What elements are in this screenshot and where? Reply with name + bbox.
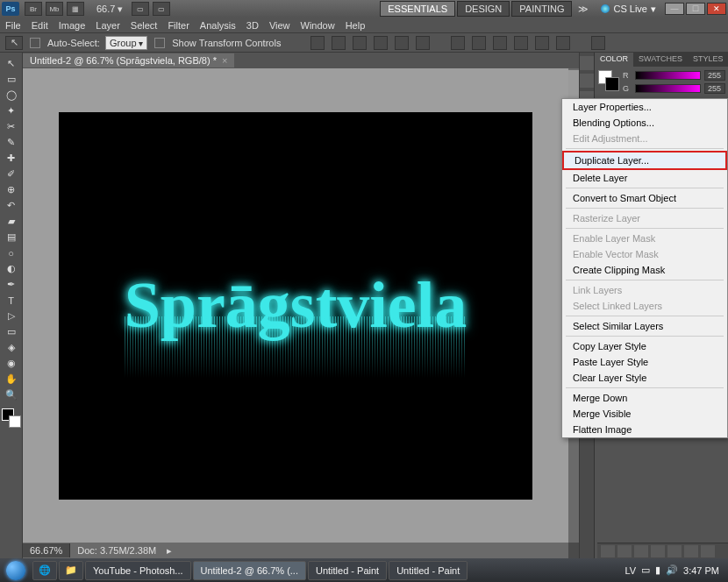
distribute-icon[interactable] [451, 36, 465, 50]
menu-file[interactable]: File [5, 20, 21, 31]
distribute-icon[interactable] [493, 36, 507, 50]
menu-window[interactable]: Window [301, 20, 335, 31]
autoalign-icon[interactable] [591, 36, 605, 50]
ctx-flatten-image[interactable]: Flatten Image [562, 422, 727, 437]
autoselect-dropdown[interactable]: Group ▾ [105, 36, 147, 50]
link-icon[interactable] [601, 545, 615, 557]
workspace-more-icon[interactable]: ≫ [578, 4, 589, 15]
align-icon[interactable] [416, 36, 430, 50]
tool-hand[interactable]: ✋ [2, 372, 21, 387]
tool-stamp[interactable]: ⊕ [2, 182, 21, 197]
ctx-select-similar-layers[interactable]: Select Similar Layers [562, 318, 727, 334]
view-extras-icon[interactable]: ▦ [67, 2, 84, 16]
workspace-painting[interactable]: PAINTING [511, 1, 572, 17]
menu-filter[interactable]: Filter [168, 20, 189, 31]
ctx-create-clipping-mask[interactable]: Create Clipping Mask [562, 262, 727, 278]
distribute-icon[interactable] [535, 36, 549, 50]
tool-history[interactable]: ↶ [2, 198, 21, 213]
trash-icon[interactable] [701, 545, 715, 557]
distribute-icon[interactable] [514, 36, 528, 50]
ctx-edit-adjustment-[interactable]: Edit Adjustment... [562, 131, 727, 146]
fx-icon[interactable] [617, 545, 632, 557]
tab-swatches[interactable]: SWATCHES [633, 53, 688, 67]
menu-layer[interactable]: Layer [96, 20, 120, 31]
workspace-design[interactable]: DESIGN [457, 1, 510, 17]
new-layer-icon[interactable] [684, 545, 698, 557]
r-value[interactable]: 255 [704, 70, 725, 81]
ctx-copy-layer-style[interactable]: Copy Layer Style [562, 338, 727, 354]
close-tab-icon[interactable]: × [222, 55, 227, 66]
tool-shape[interactable]: ▭ [2, 324, 21, 339]
tool-dodge[interactable]: ◐ [2, 261, 21, 276]
menu-view[interactable]: View [269, 20, 290, 31]
panel-swatches[interactable] [598, 70, 619, 91]
doc-info[interactable]: Doc: 3.75M/2.38M [70, 543, 163, 557]
canvas-viewport[interactable]: Sprāgstviela [23, 68, 568, 543]
ctx-rasterize-layer[interactable]: Rasterize Layer [562, 210, 727, 226]
ctx-convert-to-smart-object[interactable]: Convert to Smart Object [562, 190, 727, 206]
taskbar-item[interactable]: Untitled-2 @ 66.7% (... [193, 561, 306, 580]
dock-icon[interactable] [580, 56, 594, 70]
tool-wand[interactable]: ✦ [2, 103, 21, 118]
tool-3d-cam[interactable]: ◉ [2, 356, 21, 371]
info-chevron-icon[interactable]: ▸ [167, 545, 172, 557]
g-value[interactable]: 255 [704, 83, 725, 94]
tool-zoom[interactable]: 🔍 [2, 387, 21, 402]
ctx-enable-layer-mask[interactable]: Enable Layer Mask [562, 231, 727, 246]
r-slider[interactable] [635, 71, 701, 80]
ctx-layer-properties-[interactable]: Layer Properties... [562, 99, 727, 115]
tool-crop[interactable]: ✂ [2, 119, 21, 134]
tray-volume-icon[interactable]: 🔊 [666, 564, 678, 576]
menu-edit[interactable]: Edit [32, 20, 48, 31]
tool-blur[interactable]: ○ [2, 245, 21, 260]
zoom-percent[interactable]: 66.67% [23, 543, 70, 557]
tool-gradient[interactable]: ▤ [2, 230, 21, 245]
color-swatches[interactable] [2, 408, 21, 428]
zoom-level[interactable]: 66.7 ▾ [96, 4, 123, 15]
taskbar-item[interactable]: YouTube - Photosh... [85, 561, 191, 580]
tool-3d[interactable]: ◈ [2, 340, 21, 355]
align-icon[interactable] [374, 36, 388, 50]
ctx-delete-layer[interactable]: Delete Layer [562, 170, 727, 186]
tool-marquee[interactable]: ▭ [2, 72, 21, 87]
ctx-paste-layer-style[interactable]: Paste Layer Style [562, 354, 727, 370]
align-icon[interactable] [310, 36, 325, 50]
align-icon[interactable] [353, 36, 367, 50]
align-icon[interactable] [395, 36, 409, 50]
ctx-merge-down[interactable]: Merge Down [562, 390, 727, 406]
menu-3d[interactable]: 3D [246, 20, 259, 31]
arrange-icon[interactable]: ▭ [132, 2, 149, 16]
adjustment-icon[interactable] [651, 545, 665, 557]
tray-network-icon[interactable]: ▮ [655, 564, 660, 576]
maximize-button[interactable]: ☐ [686, 3, 705, 15]
taskbar-item[interactable]: Untitled - Paint [308, 561, 387, 580]
tool-eyedropper[interactable]: ✎ [2, 135, 21, 150]
tool-heal[interactable]: ✚ [2, 151, 21, 166]
tray-time[interactable]: 3:47 PM [683, 565, 719, 576]
menu-image[interactable]: Image [59, 20, 86, 31]
tool-brush[interactable]: ✐ [2, 167, 21, 181]
taskbar-item[interactable]: 📁 [59, 561, 83, 580]
ctx-enable-vector-mask[interactable]: Enable Vector Mask [562, 246, 727, 262]
ctx-merge-visible[interactable]: Merge Visible [562, 406, 727, 422]
mask-icon[interactable] [634, 545, 648, 557]
screen-mode-icon[interactable]: ▭ [153, 2, 170, 16]
align-icon[interactable] [332, 36, 346, 50]
workspace-essentials[interactable]: ESSENTIALS [380, 1, 455, 17]
g-slider[interactable] [635, 84, 701, 93]
transform-checkbox[interactable] [154, 38, 165, 48]
autoselect-checkbox[interactable] [30, 38, 40, 48]
tray-lang[interactable]: LV [625, 565, 636, 576]
tool-pen[interactable]: ✒ [2, 277, 21, 292]
dock-icon[interactable] [580, 74, 594, 88]
start-button[interactable] [0, 558, 32, 582]
bridge-icon[interactable]: Br [25, 2, 42, 16]
cs-live[interactable]: CS Live ▾ [601, 4, 656, 15]
minimize-button[interactable]: — [665, 3, 684, 15]
tool-eraser[interactable]: ▰ [2, 214, 21, 229]
ctx-select-linked-layers[interactable]: Select Linked Layers [562, 298, 727, 314]
tool-lasso[interactable]: ◯ [2, 88, 21, 103]
tool-move[interactable]: ↖ [2, 56, 21, 71]
tool-path[interactable]: ▷ [2, 309, 21, 323]
group-icon[interactable] [667, 545, 682, 557]
